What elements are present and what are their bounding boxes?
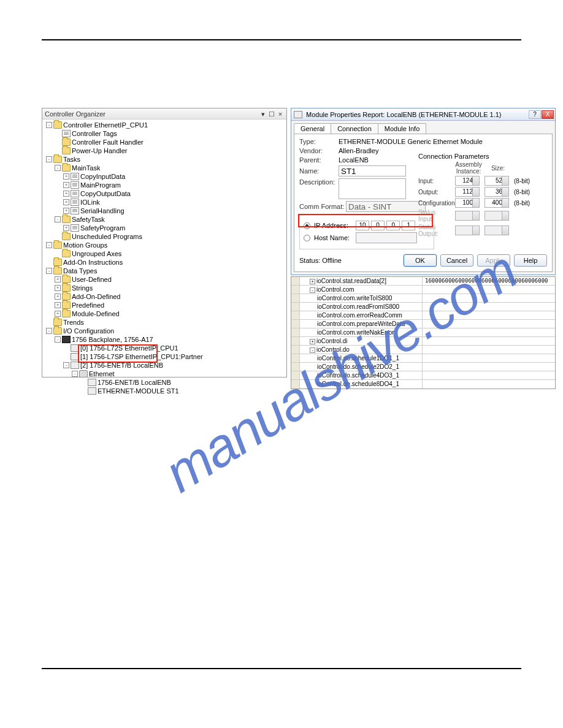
ip-oct-4[interactable]: 1 (402, 221, 415, 230)
expander-icon[interactable]: - (55, 216, 61, 222)
tree-node[interactable]: ETHERNET-MODULE ST1 (45, 387, 286, 395)
tree-node[interactable]: -SafetyTask (45, 215, 286, 224)
expander-icon[interactable]: + (63, 182, 69, 188)
tree-node[interactable]: +SafetyProgram (45, 224, 286, 232)
expander-icon[interactable]: - (72, 371, 78, 377)
cp-instance-input[interactable]: 124 (455, 176, 480, 186)
expander-icon[interactable] (55, 131, 61, 137)
tag-name-cell[interactable]: ioControl.com.prepareWriteData (300, 320, 423, 328)
tag-name-cell[interactable]: +ioControl.stat.readData[2] (300, 277, 423, 285)
tag-name-cell[interactable]: ioControl.com.errorReadComm (300, 311, 423, 319)
ip-oct-2[interactable]: 0 (371, 221, 385, 230)
tree-node[interactable]: [0] 1756-L72S EthernetIP_CPU1 (45, 344, 286, 352)
expander-icon[interactable]: - (46, 242, 52, 248)
grid-row[interactable]: +ioControl.di (291, 337, 555, 346)
expander-icon[interactable]: + (55, 285, 61, 291)
expander-icon[interactable] (80, 388, 86, 394)
tree-node[interactable]: +SerialHandling (45, 207, 286, 215)
expander-icon[interactable]: + (63, 225, 69, 231)
cp-size-input[interactable]: 52 (484, 176, 509, 186)
tree-node[interactable]: -Controller EthernetIP_CPU1 (45, 121, 286, 129)
tree-node[interactable]: -MainTask (45, 164, 286, 172)
tree-node[interactable]: -Tasks (45, 155, 286, 164)
cp-instance-input[interactable]: 112 (455, 187, 480, 197)
apply-button[interactable]: Apply (477, 254, 510, 267)
tab-connection[interactable]: Connection (331, 123, 378, 134)
grid-row[interactable]: ioControl.do.schedule4DO3_1 (291, 371, 555, 380)
expander-icon[interactable] (63, 345, 69, 351)
tree-node[interactable]: -[2] 1756-ENET/B LocalENB (45, 361, 286, 370)
dialog-titlebar[interactable]: Module Properties Report: LocalENB (ETHE… (291, 108, 555, 121)
grid-row[interactable]: ioControl.com.prepareWriteData (291, 320, 555, 328)
expander-icon[interactable]: - (55, 336, 61, 343)
cp-size-input[interactable]: 36 (484, 187, 509, 197)
cancel-button[interactable]: Cancel (440, 254, 473, 267)
name-input[interactable] (339, 165, 406, 176)
expander-icon[interactable]: - (46, 328, 52, 334)
tree-node[interactable]: [1] 1756-L7SP EthernetIP_CPU1:Partner (45, 352, 286, 361)
tree-node[interactable]: +Strings (45, 284, 286, 292)
expander-icon[interactable] (55, 251, 61, 257)
tree-node[interactable]: +MainProgram (45, 181, 286, 189)
expander-icon[interactable] (63, 354, 69, 360)
tag-name-cell[interactable]: ioControl.do.schedule1DO1_1 (300, 354, 423, 362)
tag-watch-grid[interactable]: +ioControl.stat.readData[2]1600060006000… (291, 276, 556, 389)
tag-name-cell[interactable]: ioControl.com.readFromIS800 (300, 303, 423, 311)
ip-oct-3[interactable]: 0 (386, 221, 400, 230)
grid-row[interactable]: ioControl.com.writeToIS800 (291, 294, 555, 303)
grid-row[interactable]: -ioControl.do (291, 346, 555, 354)
tree-node[interactable]: 1756-ENET/B LocalENB (45, 378, 286, 387)
description-input[interactable] (339, 178, 406, 199)
tag-name-cell[interactable]: ioControl.do.schedule2DO2_1 (300, 363, 423, 371)
cp-instance-input[interactable]: 100 (455, 198, 480, 208)
tree-node[interactable]: -1756 Backplane, 1756-A17 (45, 335, 286, 344)
tree-node[interactable]: +IOLink (45, 198, 286, 207)
expander-icon[interactable] (46, 259, 52, 265)
expander-icon[interactable]: - (46, 122, 52, 128)
expander-icon[interactable]: + (63, 173, 69, 180)
close-button[interactable]: X (542, 110, 554, 119)
grid-row[interactable]: ioControl.com.errorReadComm (291, 311, 555, 320)
expander-icon[interactable]: - (63, 362, 69, 368)
tree-node[interactable]: +Predefined (45, 301, 286, 309)
expander-icon[interactable] (55, 233, 61, 240)
tree-node[interactable]: +CopyInputData (45, 172, 286, 181)
hostname-radio[interactable] (304, 235, 310, 241)
expander-icon[interactable] (46, 319, 52, 325)
tag-name-cell[interactable]: ioControl.do.schedule8DO4_1 (300, 380, 423, 389)
tree-node[interactable]: -Data Types (45, 267, 286, 275)
tree-node[interactable]: Ungrouped Axes (45, 249, 286, 258)
close-icon[interactable]: × (277, 108, 284, 119)
tree-node[interactable]: -Motion Groups (45, 241, 286, 249)
tree-node[interactable]: Power-Up Handler (45, 146, 286, 155)
ip-address-radio[interactable] (304, 222, 310, 229)
tree-node[interactable]: Controller Fault Handler (45, 138, 286, 146)
expander-icon[interactable]: + (63, 208, 69, 214)
expander-icon[interactable]: + (55, 302, 61, 308)
ip-oct-1[interactable]: 10 (356, 221, 369, 230)
tree-node[interactable]: +Add-On-Defined (45, 292, 286, 301)
tree-node[interactable]: -Ethernet (45, 370, 286, 378)
tab-general[interactable]: General (294, 123, 331, 134)
tree-node[interactable]: Controller Tags (45, 129, 286, 138)
grid-row[interactable]: ioControl.do.schedule8DO4_1 (291, 380, 555, 389)
expander-icon[interactable]: + (63, 191, 69, 197)
tag-name-cell[interactable]: ioControl.do.schedule4DO3_1 (300, 371, 423, 379)
tree-node[interactable]: Trends (45, 318, 286, 327)
tree-node[interactable]: +Module-Defined (45, 309, 286, 318)
grid-row[interactable]: ioControl.com.writeNakError (291, 328, 555, 337)
expander-icon[interactable]: + (55, 294, 61, 300)
tag-name-cell[interactable]: +ioControl.di (300, 337, 423, 345)
expander-icon[interactable]: + (310, 339, 315, 344)
expander-icon[interactable]: - (46, 268, 52, 274)
tree-node[interactable]: +User-Defined (45, 275, 286, 284)
autohide-icon[interactable]: ☐ (268, 108, 275, 119)
tree-node[interactable]: -I/O Configuration (45, 327, 286, 335)
expander-icon[interactable]: - (55, 165, 61, 171)
tree-node[interactable]: Add-On Instructions (45, 258, 286, 267)
grid-row[interactable]: +ioControl.stat.readData[2]1600060006000… (291, 277, 555, 286)
tree-node[interactable]: Unscheduled Programs (45, 232, 286, 241)
project-tree[interactable]: -Controller EthernetIP_CPU1Controller Ta… (42, 119, 286, 396)
ok-button[interactable]: OK (404, 254, 437, 267)
expander-icon[interactable]: + (55, 311, 61, 317)
